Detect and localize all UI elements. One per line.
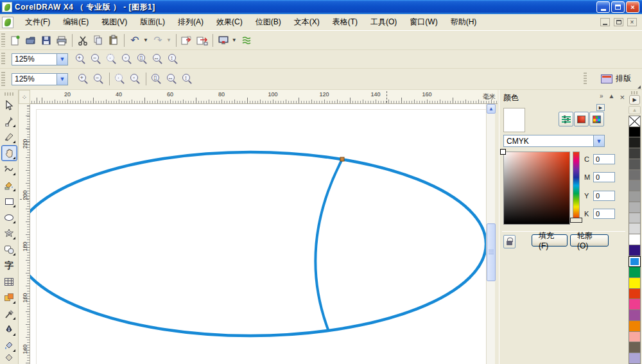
color-picker-area[interactable]	[503, 152, 570, 225]
zoom-page-height-button[interactable]: ↕	[180, 71, 195, 87]
swatch-blue-violet[interactable]	[629, 245, 641, 256]
zoom-out-button[interactable]: −	[89, 51, 104, 67]
undo-dropdown-arrow[interactable]: ▼	[143, 37, 148, 43]
zoom-all-objects-button[interactable]: ◦	[128, 71, 143, 87]
new-document-button[interactable]	[8, 33, 23, 48]
swatch-90-black[interactable]	[629, 137, 641, 148]
polygon-tool[interactable]	[1, 225, 17, 241]
flyout-arrow[interactable]	[13, 157, 15, 159]
swatch-cyan-blue-selected[interactable]	[629, 256, 641, 268]
swatch-70-black[interactable]	[629, 159, 641, 170]
menu-file[interactable]: 文件(F)	[19, 14, 56, 30]
vertical-ruler[interactable]: 220 200 180 160 140	[19, 104, 30, 364]
layout-docker-button[interactable]: 排版	[595, 71, 637, 87]
hue-strip[interactable]	[573, 152, 580, 220]
zoom-out-button[interactable]: −	[91, 71, 107, 87]
basic-shapes-tool[interactable]	[1, 241, 17, 257]
eyedropper-tool[interactable]	[1, 306, 17, 322]
menu-window[interactable]: 窗口(W)	[403, 14, 444, 30]
shape-tool[interactable]	[1, 113, 17, 129]
undo-button[interactable]: ↶	[127, 33, 143, 48]
smart-fill-tool[interactable]	[1, 177, 17, 193]
flyout-arrow[interactable]	[13, 333, 15, 336]
zoom-in-button[interactable]: +	[76, 71, 91, 87]
combo-dropdown-button[interactable]: ▼	[56, 54, 67, 65]
swatch-10-black[interactable]	[629, 223, 641, 234]
channel-m-input[interactable]	[593, 172, 615, 182]
toolbar-grip[interactable]	[1, 33, 5, 46]
curve-node-handle[interactable]	[340, 157, 344, 161]
launcher-dropdown-arrow[interactable]: ▼	[232, 37, 237, 43]
docker-collapse-button[interactable]: ▲	[609, 92, 615, 102]
export-button[interactable]	[195, 33, 210, 48]
minimize-button[interactable]	[596, 1, 610, 13]
flyout-arrow[interactable]	[13, 237, 15, 239]
swatch-30-black[interactable]	[629, 202, 641, 213]
swatch-50-black[interactable]	[629, 180, 641, 191]
flyout-arrow[interactable]	[13, 349, 15, 352]
copy-button[interactable]	[91, 33, 106, 48]
table-tool[interactable]	[1, 273, 17, 290]
curve-shape[interactable]	[315, 159, 342, 331]
flyout-arrow[interactable]	[13, 221, 15, 223]
flyout-arrow[interactable]	[13, 301, 15, 304]
swatch-red[interactable]	[629, 289, 641, 300]
swatch-black[interactable]	[629, 127, 641, 138]
close-button[interactable]: ×	[626, 1, 639, 13]
docker-flyout-button[interactable]: »	[600, 92, 603, 102]
doc-close-button[interactable]: ×	[627, 18, 637, 26]
zoom-page-height-button[interactable]: ↕	[166, 51, 181, 67]
redo-dropdown-arrow[interactable]: ▼	[166, 37, 171, 43]
docker-close-button[interactable]: ×	[620, 92, 625, 102]
doc-restore-button[interactable]	[614, 18, 623, 26]
import-button[interactable]	[179, 33, 195, 48]
zoom-page-button[interactable]: ▯	[135, 51, 150, 67]
doc-minimize-button[interactable]	[600, 18, 610, 26]
ellipse-tool[interactable]	[1, 209, 17, 225]
color-palettes-button[interactable]	[589, 112, 604, 126]
rectangle-tool[interactable]	[1, 193, 17, 209]
palette-scroll-up-button[interactable]: ▲	[629, 106, 641, 114]
menu-text[interactable]: 文本(X)	[288, 14, 326, 30]
vertical-scrollbar[interactable]: ▲	[486, 104, 495, 364]
flyout-arrow[interactable]	[13, 125, 15, 127]
swatch-none[interactable]	[629, 116, 641, 127]
fill-button[interactable]: 填充(F)	[532, 234, 568, 247]
menu-tools[interactable]: 工具(O)	[364, 14, 403, 30]
text-tool[interactable]: 字	[1, 257, 17, 273]
swatch-magenta[interactable]	[629, 299, 641, 310]
outline-button[interactable]: 轮廓(O)	[570, 234, 609, 247]
cut-button[interactable]	[75, 33, 91, 48]
open-button[interactable]	[23, 33, 39, 48]
swatch-pink[interactable]	[629, 332, 641, 343]
color-viewers-button[interactable]	[574, 112, 589, 126]
interactive-fill-tool[interactable]	[1, 354, 17, 363]
color-sliders-button[interactable]	[559, 112, 573, 126]
channel-k-input[interactable]	[593, 209, 615, 219]
swatch-20-black[interactable]	[629, 213, 641, 224]
menu-layout[interactable]: 版面(L)	[134, 14, 171, 30]
menu-bitmaps[interactable]: 位图(B)	[249, 14, 288, 30]
color-model-combo[interactable]: CMYK ▼	[503, 135, 605, 147]
picker-cursor[interactable]	[500, 149, 506, 155]
save-button[interactable]	[39, 33, 54, 48]
paste-button[interactable]	[106, 33, 121, 48]
toolbar-grip[interactable]	[584, 73, 587, 85]
swatch-yellow[interactable]	[629, 278, 641, 289]
flyout-arrow[interactable]	[13, 141, 15, 143]
swatch-brown[interactable]	[629, 342, 641, 353]
zoom-level-combo-1[interactable]: 125% ▼	[12, 53, 68, 65]
welcome-screen-button[interactable]	[239, 33, 254, 48]
freehand-tool[interactable]	[1, 161, 17, 177]
palette-flyout-button[interactable]: ▶	[629, 95, 640, 105]
fill-tool[interactable]	[1, 338, 17, 354]
redo-button[interactable]: ↷	[150, 33, 166, 48]
swatch-orange[interactable]	[629, 321, 641, 332]
outline-pen-tool[interactable]	[1, 322, 17, 338]
swatch-violet[interactable]	[629, 310, 641, 321]
crop-tool[interactable]	[1, 129, 17, 145]
blend-tool[interactable]	[1, 290, 17, 306]
channel-y-input[interactable]	[593, 191, 615, 201]
zoom-level-combo-2[interactable]: 125% ▼	[12, 73, 68, 85]
channel-c-input[interactable]	[593, 154, 615, 164]
